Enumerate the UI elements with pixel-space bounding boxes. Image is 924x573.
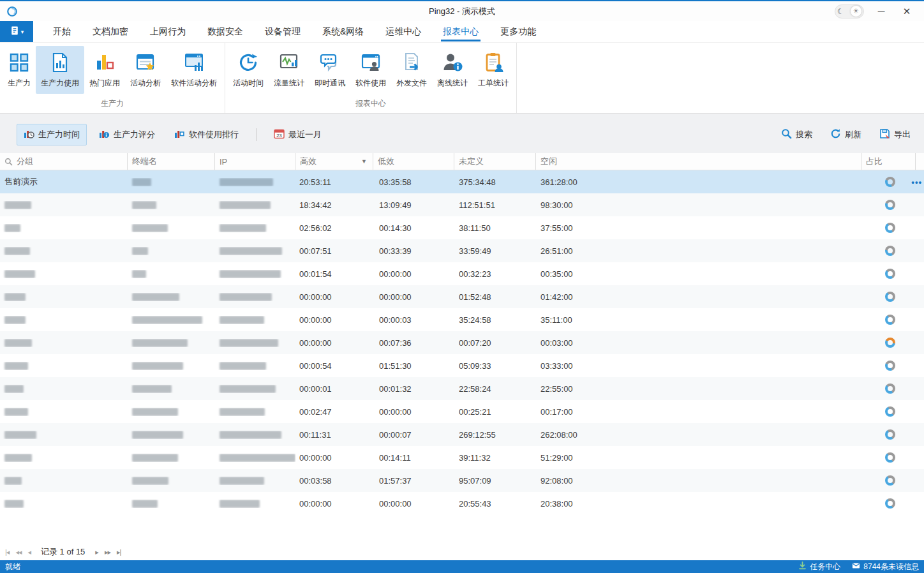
table-row[interactable]: 18:34:4213:09:49112:51:5198:30:00 bbox=[0, 193, 924, 216]
app-window: Ping32 - 演示模式 ☾ ☀ ─ ✕ ▾ 开始文档加密上网行为数据安全设备… bbox=[0, 0, 924, 573]
table-row[interactable]: 00:03:5801:57:3795:07:0992:08:00 bbox=[0, 469, 924, 492]
ribbon-button-热门应用[interactable]: 热门应用 bbox=[84, 46, 125, 94]
tab-运维中心[interactable]: 运维中心 bbox=[375, 21, 432, 42]
undefined-value: 269:12:55 bbox=[459, 430, 496, 440]
toolbar-button-最近一月[interactable]: 23最近一月 bbox=[267, 124, 329, 145]
table-row[interactable]: 02:56:0200:14:3038:11:5037:55:00 bbox=[0, 216, 924, 239]
column-header-idle[interactable]: 空闲 bbox=[536, 153, 861, 170]
cell-ratio bbox=[861, 315, 916, 325]
table-row[interactable]: 00:07:5100:33:3933:59:4926:51:00 bbox=[0, 239, 924, 262]
ribbon-button-label: 活动时间 bbox=[233, 78, 264, 89]
cell-efficient: 00:03:58 bbox=[295, 476, 373, 486]
cell-inefficient: 00:07:36 bbox=[373, 338, 454, 348]
toolbar-button-label: 刷新 bbox=[845, 129, 861, 140]
table-row[interactable]: 售前演示20:53:1103:35:58375:34:48361:28:00••… bbox=[0, 170, 924, 193]
cell-efficient: 00:01:54 bbox=[295, 269, 373, 279]
cell-efficient: 00:00:00 bbox=[295, 338, 373, 348]
close-button[interactable]: ✕ bbox=[898, 6, 915, 17]
ribbon-button-软件使用[interactable]: 软件使用 bbox=[350, 46, 391, 94]
redacted-terminal-name bbox=[132, 477, 168, 485]
cell-terminal bbox=[128, 408, 215, 416]
table-row[interactable]: 00:00:0100:01:3222:58:2422:55:00 bbox=[0, 377, 924, 400]
toolbar-button-刷新[interactable]: 刷新 bbox=[823, 124, 868, 145]
minimize-button[interactable]: ─ bbox=[873, 6, 890, 17]
column-header-label: 终端名 bbox=[132, 156, 157, 167]
ribbon-button-生产力使用[interactable]: 生产力使用 bbox=[36, 46, 84, 94]
tab-上网行为[interactable]: 上网行为 bbox=[139, 21, 197, 42]
cell-ratio bbox=[861, 452, 916, 463]
cell-efficient: 00:00:01 bbox=[295, 384, 373, 394]
toolbar-button-搜索[interactable]: 搜索 bbox=[774, 124, 819, 145]
header-search-icon[interactable] bbox=[4, 158, 13, 166]
table-row[interactable]: 00:02:4700:00:0000:25:2100:17:00 bbox=[0, 400, 924, 423]
main-menu-button[interactable]: ▾ bbox=[0, 21, 33, 42]
redacted-group bbox=[4, 408, 28, 416]
inefficient-value: 00:00:00 bbox=[379, 292, 412, 302]
row-more-menu-icon[interactable]: ••• bbox=[911, 170, 922, 193]
toolbar-button-生产力时间[interactable]: 生产力时间 bbox=[17, 124, 87, 145]
table-row[interactable]: 00:11:3100:00:07269:12:55262:08:00 bbox=[0, 423, 924, 446]
ribbon-button-活动分析[interactable]: 活动分析 bbox=[125, 46, 166, 94]
cell-terminal bbox=[128, 454, 215, 462]
ribbon-button-生产力[interactable]: 生产力 bbox=[3, 46, 36, 94]
table-row[interactable]: 00:00:0000:00:0020:55:4320:38:00 bbox=[0, 492, 924, 515]
tab-系统&网络[interactable]: 系统&网络 bbox=[311, 21, 375, 42]
unread-messages-button[interactable]: 8744条未读信息 bbox=[852, 562, 919, 572]
table-row[interactable]: 00:00:0000:14:1139:11:3251:29:00 bbox=[0, 446, 924, 469]
column-header-ratio[interactable]: 占比 bbox=[861, 153, 916, 170]
last-page-button[interactable]: ▸| bbox=[117, 548, 121, 556]
fast-prev-page-button[interactable]: ◂◂ bbox=[15, 548, 21, 556]
cell-terminal bbox=[128, 247, 215, 255]
table-row[interactable]: 00:00:5401:51:3005:09:3303:33:00 bbox=[0, 354, 924, 377]
cell-inefficient: 00:00:00 bbox=[373, 269, 454, 279]
ribbon-button-即时通讯[interactable]: 即时通讯 bbox=[309, 46, 350, 94]
ribbon-button-活动时间[interactable]: 活动时间 bbox=[228, 46, 269, 94]
ribbon-button-外发文件[interactable]: 外发文件 bbox=[391, 46, 432, 94]
cell-undefined: 01:52:48 bbox=[454, 292, 536, 302]
ribbon-button-软件活动分析[interactable]: 软件活动分析 bbox=[166, 46, 222, 94]
column-header-undefined[interactable]: 未定义 bbox=[454, 153, 536, 170]
tab-设备管理[interactable]: 设备管理 bbox=[254, 21, 311, 42]
column-header-ip[interactable]: IP bbox=[215, 153, 295, 170]
table-row[interactable]: 00:00:0000:00:0001:52:4801:42:00 bbox=[0, 285, 924, 308]
toolbar-button-生产力评分[interactable]: 生产力评分 bbox=[92, 124, 162, 145]
cell-idle: 262:08:00 bbox=[536, 430, 861, 440]
task-center-button[interactable]: 任务中心 bbox=[798, 562, 840, 572]
redacted-terminal-name bbox=[132, 178, 151, 186]
cell-idle: 01:42:00 bbox=[536, 292, 861, 302]
cell-undefined: 269:12:55 bbox=[454, 430, 536, 440]
efficient-value: 00:00:00 bbox=[299, 338, 332, 348]
ribbon-button-工单统计[interactable]: 工单统计 bbox=[473, 46, 514, 94]
table-row[interactable]: 00:00:0000:00:0335:24:5835:11:00 bbox=[0, 308, 924, 331]
cell-efficient: 20:53:11 bbox=[295, 177, 373, 187]
next-page-button[interactable]: ▸ bbox=[95, 548, 98, 556]
redacted-group bbox=[4, 293, 26, 301]
filter-arrow-icon[interactable]: ▼ bbox=[361, 158, 367, 165]
ribbon-button-流量统计[interactable]: 流量统计 bbox=[269, 46, 309, 94]
toolbar-button-软件使用排行[interactable]: 软件使用排行 bbox=[167, 124, 246, 145]
ribbon-group: 活动时间流量统计即时通讯软件使用外发文件离线统计工单统计报表中心 bbox=[225, 43, 517, 113]
cell-idle: 37:55:00 bbox=[536, 223, 861, 233]
ribbon-button-离线统计[interactable]: 离线统计 bbox=[432, 46, 473, 94]
column-header-group[interactable]: 分组 bbox=[0, 153, 128, 170]
cell-group bbox=[0, 247, 128, 255]
redacted-ip bbox=[220, 178, 273, 186]
tab-文档加密[interactable]: 文档加密 bbox=[82, 21, 139, 42]
tab-开始[interactable]: 开始 bbox=[42, 21, 82, 42]
idle-value: 37:55:00 bbox=[540, 223, 573, 233]
ribbon-button-label: 热门应用 bbox=[89, 78, 120, 89]
prev-page-button[interactable]: ◂ bbox=[27, 548, 31, 556]
first-page-button[interactable]: |◂ bbox=[5, 548, 9, 556]
tab-报表中心[interactable]: 报表中心 bbox=[432, 21, 489, 42]
toolbar-button-导出[interactable]: 导出 bbox=[872, 124, 918, 145]
fast-next-page-button[interactable]: ▸▸ bbox=[105, 548, 110, 556]
tab-数据安全[interactable]: 数据安全 bbox=[197, 21, 254, 42]
table-row[interactable]: 00:00:0000:07:3600:07:2000:03:00 bbox=[0, 331, 924, 354]
column-header-label: IP bbox=[220, 157, 227, 167]
table-row[interactable]: 00:01:5400:00:0000:32:2300:35:00 bbox=[0, 262, 924, 285]
theme-toggle[interactable]: ☾ ☀ bbox=[835, 4, 864, 19]
column-header-efficient[interactable]: 高效 ▼ bbox=[295, 153, 373, 170]
tab-更多功能[interactable]: 更多功能 bbox=[489, 21, 547, 42]
column-header-inefficient[interactable]: 低效 bbox=[373, 153, 454, 170]
column-header-terminal[interactable]: 终端名 bbox=[128, 153, 215, 170]
